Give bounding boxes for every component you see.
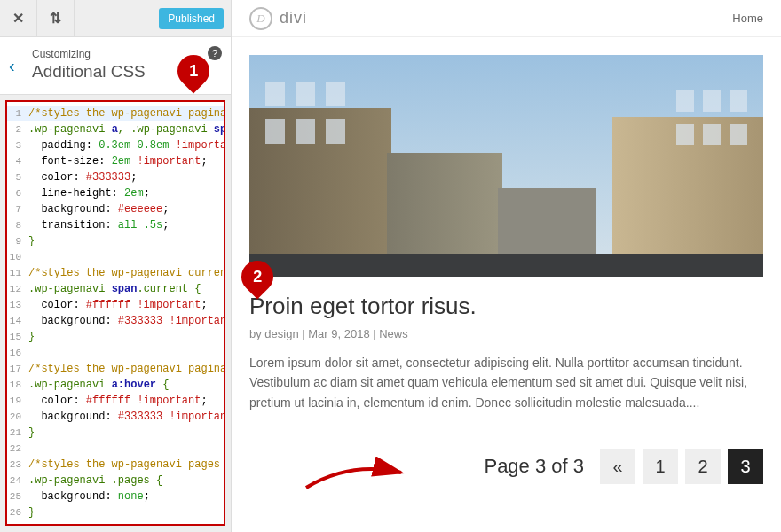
css-editor-outline: 1/*styles the wp-pagenavi pagination lin… — [5, 100, 225, 526]
post-title[interactable]: Proin eget tortor risus. — [249, 293, 763, 320]
code-line[interactable]: 18.wp-pagenavi a:hover { — [7, 377, 224, 393]
back-button[interactable]: ‹ — [9, 56, 15, 76]
help-icon: ? — [212, 48, 217, 59]
code-line[interactable]: 20 background: #333333 !important; — [7, 409, 224, 425]
pagination-page-2[interactable]: 2 — [685, 449, 721, 484]
code-line[interactable]: 9} — [7, 233, 224, 249]
code-line[interactable]: 5 color: #333333; — [7, 169, 224, 185]
post-meta: by design | Mar 9, 2018 | News — [249, 327, 763, 340]
code-line[interactable]: 2.wp-pagenavi a, .wp-pagenavi span { — [7, 121, 224, 137]
code-line[interactable]: 8 transition: all .5s; — [7, 217, 224, 233]
code-line[interactable]: 3 padding: 0.3em 0.8em !important; — [7, 137, 224, 153]
site-header: D divi Home — [232, 0, 781, 37]
code-line[interactable]: 22 — [7, 441, 224, 457]
shuffle-icon: ⇅ — [50, 10, 61, 27]
code-line[interactable]: 26} — [7, 505, 224, 520]
code-line[interactable]: 19 color: #ffffff !important; — [7, 393, 224, 409]
code-line[interactable]: 13 color: #ffffff !important; — [7, 297, 224, 313]
logo-text: divi — [280, 9, 307, 27]
code-line[interactable]: 17/*styles the wp-pagenavi pagination li… — [7, 361, 224, 377]
close-icon: ✕ — [12, 10, 24, 27]
nav-home-link[interactable]: Home — [732, 12, 763, 25]
code-line[interactable]: 6 line-height: 2em; — [7, 185, 224, 201]
customizer-topbar: ✕ ⇅ Published — [0, 0, 231, 37]
pagination-page-1[interactable]: 1 — [643, 449, 678, 484]
code-line[interactable]: 16 — [7, 345, 224, 361]
help-button[interactable]: ? — [208, 46, 222, 60]
divider — [249, 434, 763, 434]
site-preview: D divi Home Proin eget tortor risus. by … — [232, 0, 781, 532]
post-excerpt: Lorem ipsum dolor sit amet, consectetur … — [249, 353, 763, 412]
chevron-left-icon: ‹ — [9, 56, 15, 75]
code-line[interactable]: 23/*styles the wp-pagenavi pages text*/ — [7, 457, 224, 473]
pagination-page-3-current[interactable]: 3 — [728, 449, 763, 484]
close-button[interactable]: ✕ — [0, 0, 37, 37]
code-line[interactable]: 14 background: #333333 !important; — [7, 313, 224, 329]
code-line[interactable]: 21} — [7, 425, 224, 441]
post: Proin eget tortor risus. by design | Mar… — [249, 293, 763, 412]
device-toggle-button[interactable]: ⇅ — [37, 0, 75, 37]
code-line[interactable]: 11/*styles the wp-pagenavi current page … — [7, 265, 224, 281]
code-line[interactable]: 12.wp-pagenavi span.current { — [7, 281, 224, 297]
code-line[interactable]: 1/*styles the wp-pagenavi pagination lin… — [7, 106, 224, 121]
logo-icon: D — [249, 7, 272, 30]
code-line[interactable]: 7 background: #eeeeee; — [7, 201, 224, 217]
annotation-arrow-icon — [302, 457, 408, 501]
code-line[interactable]: 15} — [7, 329, 224, 345]
code-line[interactable]: 24.wp-pagenavi .pages { — [7, 473, 224, 489]
publish-button[interactable]: Published — [159, 8, 224, 29]
css-editor[interactable]: 1/*styles the wp-pagenavi pagination lin… — [7, 102, 224, 524]
code-line[interactable]: 4 font-size: 2em !important; — [7, 153, 224, 169]
featured-image — [249, 55, 763, 277]
pages-text: Page 3 of 3 — [484, 455, 584, 478]
code-line[interactable]: 10 — [7, 249, 224, 265]
pagination-prev[interactable]: « — [600, 449, 635, 484]
code-line[interactable]: 25 background: none; — [7, 489, 224, 505]
